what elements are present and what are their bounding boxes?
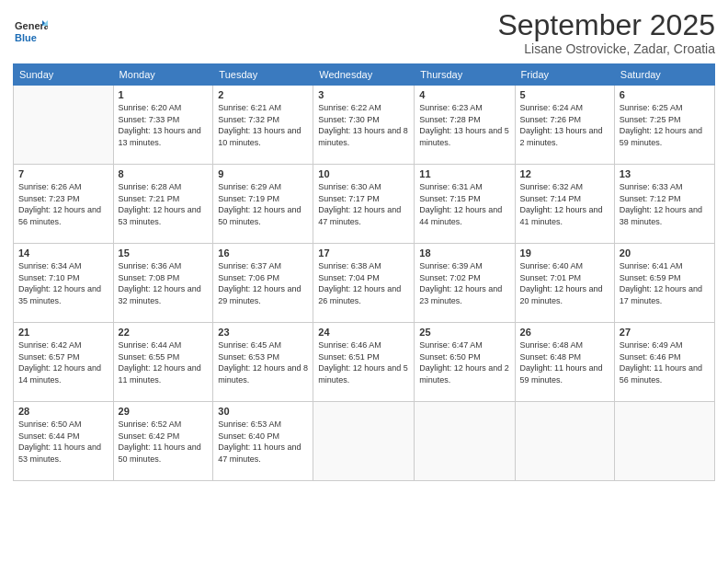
cell-info: Sunrise: 6:38 AMSunset: 7:04 PMDaylight:… — [318, 260, 409, 306]
day-header-wednesday: Wednesday — [313, 64, 415, 86]
day-number: 1 — [119, 89, 209, 100]
day-header-friday: Friday — [515, 64, 614, 86]
cell-info: Sunrise: 6:31 AMSunset: 7:15 PMDaylight:… — [419, 181, 509, 227]
svg-text:Blue: Blue — [15, 32, 37, 43]
day-header-sunday: Sunday — [14, 64, 114, 86]
cell-info: Sunrise: 6:40 AMSunset: 7:01 PMDaylight:… — [520, 260, 609, 306]
cell-info: Sunrise: 6:50 AMSunset: 6:44 PMDaylight:… — [18, 419, 108, 465]
calendar-cell: 9Sunrise: 6:29 AMSunset: 7:19 PMDaylight… — [213, 165, 313, 244]
calendar-cell: 1Sunrise: 6:20 AMSunset: 7:33 PMDaylight… — [113, 86, 213, 165]
calendar-cell: 3Sunrise: 6:22 AMSunset: 7:30 PMDaylight… — [313, 86, 415, 165]
day-number: 9 — [218, 168, 308, 179]
cell-info: Sunrise: 6:39 AMSunset: 7:02 PMDaylight:… — [419, 260, 509, 306]
cell-info: Sunrise: 6:29 AMSunset: 7:19 PMDaylight:… — [218, 181, 308, 227]
calendar-cell: 20Sunrise: 6:41 AMSunset: 6:59 PMDayligh… — [614, 244, 714, 323]
calendar-cell: 22Sunrise: 6:44 AMSunset: 6:55 PMDayligh… — [113, 323, 213, 402]
logo: General Blue — [13, 13, 48, 52]
day-number: 28 — [18, 406, 108, 417]
cell-info: Sunrise: 6:44 AMSunset: 6:55 PMDaylight:… — [119, 339, 209, 385]
calendar-week-1: 1Sunrise: 6:20 AMSunset: 7:33 PMDaylight… — [14, 86, 715, 165]
cell-info: Sunrise: 6:24 AMSunset: 7:26 PMDaylight:… — [520, 102, 609, 148]
calendar-cell: 12Sunrise: 6:32 AMSunset: 7:14 PMDayligh… — [515, 165, 614, 244]
cell-info: Sunrise: 6:34 AMSunset: 7:10 PMDaylight:… — [18, 260, 108, 306]
day-number: 22 — [119, 327, 209, 338]
cell-info: Sunrise: 6:52 AMSunset: 6:42 PMDaylight:… — [119, 419, 209, 465]
day-number: 25 — [419, 327, 509, 338]
cell-info: Sunrise: 6:33 AMSunset: 7:12 PMDaylight:… — [620, 181, 710, 227]
cell-info: Sunrise: 6:20 AMSunset: 7:33 PMDaylight:… — [119, 102, 209, 148]
calendar-cell: 25Sunrise: 6:47 AMSunset: 6:50 PMDayligh… — [415, 323, 515, 402]
day-number: 19 — [520, 247, 609, 259]
day-number: 13 — [620, 168, 710, 179]
calendar-week-3: 14Sunrise: 6:34 AMSunset: 7:10 PMDayligh… — [14, 244, 715, 323]
cell-info: Sunrise: 6:21 AMSunset: 7:32 PMDaylight:… — [218, 102, 308, 148]
calendar-week-5: 28Sunrise: 6:50 AMSunset: 6:44 PMDayligh… — [14, 402, 715, 481]
cell-info: Sunrise: 6:45 AMSunset: 6:53 PMDaylight:… — [218, 339, 308, 385]
day-number: 26 — [520, 327, 609, 338]
calendar-cell: 13Sunrise: 6:33 AMSunset: 7:12 PMDayligh… — [614, 165, 714, 244]
calendar-cell: 11Sunrise: 6:31 AMSunset: 7:15 PMDayligh… — [415, 165, 515, 244]
day-number: 7 — [18, 168, 108, 179]
calendar-cell: 10Sunrise: 6:30 AMSunset: 7:17 PMDayligh… — [313, 165, 415, 244]
cell-info: Sunrise: 6:36 AMSunset: 7:08 PMDaylight:… — [119, 260, 209, 306]
day-number: 20 — [620, 247, 710, 259]
cell-info: Sunrise: 6:49 AMSunset: 6:46 PMDaylight:… — [620, 339, 710, 385]
calendar-cell: 29Sunrise: 6:52 AMSunset: 6:42 PMDayligh… — [113, 402, 213, 481]
calendar-cell — [415, 402, 515, 481]
calendar-cell: 24Sunrise: 6:46 AMSunset: 6:51 PMDayligh… — [313, 323, 415, 402]
calendar-cell: 27Sunrise: 6:49 AMSunset: 6:46 PMDayligh… — [614, 323, 714, 402]
calendar-week-2: 7Sunrise: 6:26 AMSunset: 7:23 PMDaylight… — [14, 165, 715, 244]
month-title: September 2025 — [497, 9, 715, 41]
calendar-cell — [614, 402, 714, 481]
cell-info: Sunrise: 6:23 AMSunset: 7:28 PMDaylight:… — [419, 102, 509, 148]
day-header-monday: Monday — [113, 64, 213, 86]
cell-info: Sunrise: 6:48 AMSunset: 6:48 PMDaylight:… — [520, 339, 609, 385]
day-number: 5 — [520, 89, 609, 100]
cell-info: Sunrise: 6:32 AMSunset: 7:14 PMDaylight:… — [520, 181, 609, 227]
day-number: 17 — [318, 247, 409, 259]
day-number: 30 — [218, 406, 308, 417]
cell-info: Sunrise: 6:46 AMSunset: 6:51 PMDaylight:… — [318, 339, 409, 385]
cell-info: Sunrise: 6:42 AMSunset: 6:57 PMDaylight:… — [18, 339, 108, 385]
day-number: 29 — [119, 406, 209, 417]
day-header-saturday: Saturday — [614, 64, 714, 86]
calendar-header-row: SundayMondayTuesdayWednesdayThursdayFrid… — [14, 64, 715, 86]
day-number: 12 — [520, 168, 609, 179]
cell-info: Sunrise: 6:41 AMSunset: 6:59 PMDaylight:… — [620, 260, 710, 306]
cell-info: Sunrise: 6:25 AMSunset: 7:25 PMDaylight:… — [620, 102, 710, 148]
calendar-cell: 7Sunrise: 6:26 AMSunset: 7:23 PMDaylight… — [14, 165, 114, 244]
logo-icon: General Blue — [13, 13, 48, 48]
day-number: 21 — [18, 327, 108, 338]
title-block: September 2025 Lisane Ostrovicke, Zadar,… — [497, 9, 715, 56]
calendar-cell: 19Sunrise: 6:40 AMSunset: 7:01 PMDayligh… — [515, 244, 614, 323]
calendar-cell: 23Sunrise: 6:45 AMSunset: 6:53 PMDayligh… — [213, 323, 313, 402]
day-number: 3 — [318, 89, 409, 100]
day-number: 4 — [419, 89, 509, 100]
day-number: 24 — [318, 327, 409, 338]
day-header-thursday: Thursday — [415, 64, 515, 86]
day-number: 16 — [218, 247, 308, 259]
cell-info: Sunrise: 6:26 AMSunset: 7:23 PMDaylight:… — [18, 181, 108, 227]
calendar-cell — [515, 402, 614, 481]
calendar-cell: 18Sunrise: 6:39 AMSunset: 7:02 PMDayligh… — [415, 244, 515, 323]
calendar-cell: 14Sunrise: 6:34 AMSunset: 7:10 PMDayligh… — [14, 244, 114, 323]
calendar-cell: 21Sunrise: 6:42 AMSunset: 6:57 PMDayligh… — [14, 323, 114, 402]
day-number: 2 — [218, 89, 308, 100]
calendar-week-4: 21Sunrise: 6:42 AMSunset: 6:57 PMDayligh… — [14, 323, 715, 402]
day-number: 11 — [419, 168, 509, 179]
day-number: 18 — [419, 247, 509, 259]
calendar: SundayMondayTuesdayWednesdayThursdayFrid… — [13, 63, 715, 481]
calendar-cell: 17Sunrise: 6:38 AMSunset: 7:04 PMDayligh… — [313, 244, 415, 323]
day-number: 14 — [18, 247, 108, 259]
calendar-cell: 15Sunrise: 6:36 AMSunset: 7:08 PMDayligh… — [113, 244, 213, 323]
day-header-tuesday: Tuesday — [213, 64, 313, 86]
day-number: 27 — [620, 327, 710, 338]
cell-info: Sunrise: 6:22 AMSunset: 7:30 PMDaylight:… — [318, 102, 409, 148]
cell-info: Sunrise: 6:53 AMSunset: 6:40 PMDaylight:… — [218, 419, 308, 465]
day-number: 23 — [218, 327, 308, 338]
calendar-cell: 30Sunrise: 6:53 AMSunset: 6:40 PMDayligh… — [213, 402, 313, 481]
calendar-cell: 4Sunrise: 6:23 AMSunset: 7:28 PMDaylight… — [415, 86, 515, 165]
calendar-cell: 2Sunrise: 6:21 AMSunset: 7:32 PMDaylight… — [213, 86, 313, 165]
cell-info: Sunrise: 6:47 AMSunset: 6:50 PMDaylight:… — [419, 339, 509, 385]
calendar-cell: 8Sunrise: 6:28 AMSunset: 7:21 PMDaylight… — [113, 165, 213, 244]
